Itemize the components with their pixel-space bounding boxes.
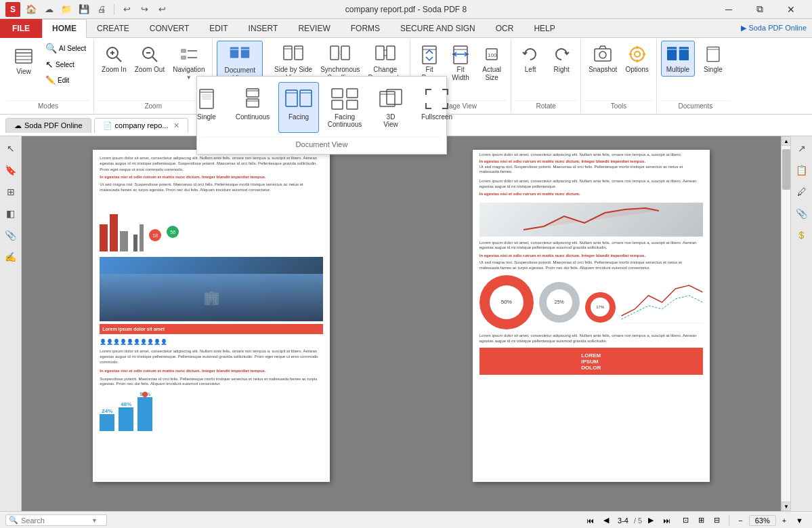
select-button[interactable]: ↖ Select bbox=[42, 57, 89, 72]
tab-review[interactable]: REVIEW bbox=[288, 19, 340, 38]
search-box[interactable]: 🔍 ▼ bbox=[5, 514, 107, 526]
save-icon[interactable]: 💾 bbox=[77, 3, 91, 16]
soda-cloud-icon: ☁ bbox=[14, 121, 22, 130]
ai-select-button[interactable]: 🔍 AI Select bbox=[42, 41, 89, 56]
tab-secure[interactable]: SECURE AND SIGN bbox=[390, 19, 486, 38]
right-panel-tool1[interactable]: ↗ bbox=[792, 139, 811, 158]
app-logo-icon[interactable]: S bbox=[5, 2, 20, 17]
nav-tab-company[interactable]: 📄 company repo... ✕ bbox=[94, 118, 189, 133]
last-page-button[interactable]: ⏭ bbox=[660, 515, 674, 526]
undo-icon[interactable]: ↩ bbox=[120, 3, 133, 16]
svg-rect-63 bbox=[332, 89, 343, 98]
zoom-in-label: Zoom In bbox=[102, 66, 127, 74]
doc-view-options: Single Continuous Facing FacingContinuou… bbox=[202, 82, 441, 133]
tab-close-icon[interactable]: ✕ bbox=[173, 121, 179, 130]
soda-online-link[interactable]: ▶ Soda PDF Online bbox=[735, 19, 812, 37]
tools-label: Tools bbox=[585, 100, 652, 111]
zoom-in-icon bbox=[103, 43, 125, 65]
cloud-icon[interactable]: ☁ bbox=[42, 3, 56, 16]
rotate-right-button[interactable]: Right bbox=[547, 41, 576, 77]
folder-icon[interactable]: 📁 bbox=[60, 3, 73, 16]
status-actual-size-button[interactable]: ⊞ bbox=[695, 514, 708, 526]
single-label: Single bbox=[704, 66, 723, 74]
search-dropdown-icon[interactable]: ▼ bbox=[91, 517, 98, 524]
svg-rect-26 bbox=[376, 46, 384, 60]
snapshot-button[interactable]: Snapshot bbox=[585, 41, 620, 77]
right-panel-tool5[interactable]: $ bbox=[792, 226, 811, 245]
tab-create[interactable]: CREATE bbox=[87, 19, 140, 38]
tab-ocr[interactable]: OCR bbox=[486, 19, 524, 38]
thumbnail-icon[interactable]: ⊞ bbox=[1, 182, 20, 201]
pdf-viewer[interactable]: Lorem ipsum dolor sit amet, consectetur … bbox=[22, 136, 790, 511]
scroll-up-button[interactable]: ▲ bbox=[782, 136, 790, 146]
svg-line-10 bbox=[152, 57, 157, 62]
actual-size-button[interactable]: 100 ActualSize bbox=[477, 41, 507, 85]
title-bar-left: S 🏠 ☁ 📁 💾 🖨 ↩ ↪ ↩ bbox=[5, 2, 169, 17]
scroll-down-button[interactable]: ▼ bbox=[782, 502, 790, 511]
undo2-icon[interactable]: ↩ bbox=[155, 3, 169, 16]
zoom-out-button[interactable]: Zoom Out bbox=[131, 41, 168, 77]
layers-icon[interactable]: ◧ bbox=[1, 204, 20, 223]
rotate-right-label: Right bbox=[553, 66, 569, 74]
scrollbar-thumb[interactable] bbox=[782, 149, 790, 190]
right-panel-tool2[interactable]: 📋 bbox=[792, 161, 811, 180]
svg-rect-28 bbox=[423, 46, 436, 64]
scrollbar-track[interactable] bbox=[782, 146, 790, 502]
redo-icon[interactable]: ↪ bbox=[137, 3, 151, 16]
edit-button[interactable]: ✏️ Edit bbox=[42, 73, 89, 87]
attachment-icon[interactable]: 📎 bbox=[1, 226, 20, 245]
doc-view-fullscreen[interactable]: Fullscreen bbox=[416, 82, 457, 133]
right-panel-tool4[interactable]: 📎 bbox=[792, 204, 811, 223]
zoom-level-display[interactable]: 63% bbox=[749, 515, 776, 526]
prev-page-button[interactable]: ◀ bbox=[600, 514, 612, 526]
fit-width-button[interactable]: FitWidth bbox=[446, 41, 475, 85]
search-input[interactable] bbox=[21, 516, 89, 525]
tab-forms[interactable]: FORMS bbox=[341, 19, 390, 38]
doc-view-single[interactable]: Single bbox=[186, 82, 227, 133]
bookmark-icon[interactable]: 🔖 bbox=[1, 161, 20, 180]
restore-button[interactable]: ⧉ bbox=[744, 0, 775, 19]
print-icon[interactable]: 🖨 bbox=[95, 3, 108, 16]
tab-help[interactable]: HELP bbox=[523, 19, 565, 38]
right-panel-tool3[interactable]: 🖊 bbox=[792, 182, 811, 201]
modes-buttons: View 🔍 AI Select ↖ Select ✏️ Edit bbox=[7, 41, 89, 99]
rotate-left-button[interactable]: Left bbox=[515, 41, 545, 77]
sync-scroll-icon bbox=[329, 43, 351, 65]
cursor-button[interactable]: ↖ bbox=[1, 139, 20, 158]
minimize-button[interactable]: ─ bbox=[713, 0, 744, 19]
tab-file[interactable]: FILE bbox=[0, 19, 42, 38]
zoom-dropdown-button[interactable]: ▼ bbox=[792, 515, 807, 526]
zoom-in-button[interactable]: Zoom In bbox=[98, 41, 130, 77]
tab-home[interactable]: HOME bbox=[42, 19, 87, 38]
doc-view-fullscreen-label: Fullscreen bbox=[421, 113, 452, 121]
navigation-icon bbox=[178, 43, 200, 65]
doc-view-3d[interactable]: 3DView bbox=[370, 82, 411, 133]
tab-insert[interactable]: INSERT bbox=[238, 19, 289, 38]
navigation-dropdown-icon: ▼ bbox=[186, 75, 192, 81]
status-multi-page-button[interactable]: ⊟ bbox=[710, 514, 723, 526]
svg-rect-65 bbox=[332, 100, 343, 109]
doc-view-continuous[interactable]: Continuous bbox=[232, 82, 273, 133]
single-button[interactable]: Single bbox=[696, 41, 730, 77]
zoom-out-status-button[interactable]: − bbox=[735, 515, 746, 526]
svg-rect-20 bbox=[295, 46, 303, 60]
close-button[interactable]: ✕ bbox=[775, 0, 807, 19]
nav-tab-soda[interactable]: ☁ Soda PDF Online bbox=[5, 118, 91, 133]
scrollbar[interactable]: ▲ ▼ bbox=[781, 136, 790, 511]
zoom-in-status-button[interactable]: + bbox=[779, 515, 790, 526]
doc-view-facing-continuous[interactable]: FacingContinuous bbox=[324, 82, 365, 133]
multiple-button[interactable]: Multiple bbox=[661, 41, 695, 77]
status-fit-page-button[interactable]: ⊡ bbox=[679, 514, 692, 526]
view-button[interactable]: View bbox=[7, 41, 41, 81]
main-area: ↖ 🔖 ⊞ ◧ 📎 ✍ Lorem ipsum dolor sit amet, … bbox=[0, 136, 812, 511]
tab-convert[interactable]: CONVERT bbox=[140, 19, 199, 38]
edit-icon: ✏️ bbox=[45, 75, 56, 85]
signature-icon[interactable]: ✍ bbox=[1, 247, 20, 266]
first-page-button[interactable]: ⏮ bbox=[583, 515, 597, 526]
options-button[interactable]: Options bbox=[622, 41, 651, 77]
home-icon[interactable]: 🏠 bbox=[24, 3, 38, 16]
doc-view-facing[interactable]: Facing bbox=[278, 82, 319, 133]
document-view-icon bbox=[229, 44, 251, 66]
next-page-button[interactable]: ▶ bbox=[645, 514, 657, 526]
tab-edit[interactable]: EDIT bbox=[199, 19, 238, 38]
